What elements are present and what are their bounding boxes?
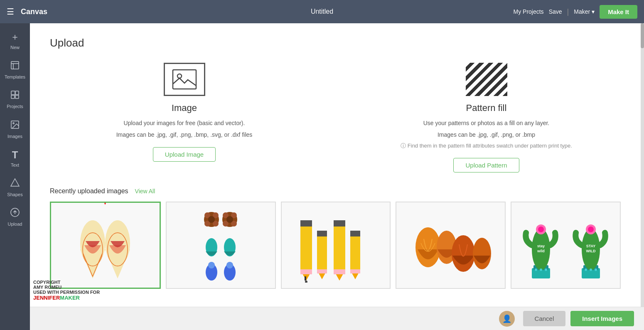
svg-point-60 — [538, 227, 544, 232]
svg-marker-37 — [305, 276, 306, 281]
svg-point-21 — [208, 216, 215, 223]
bottom-action-bar: 👤 Cancel Insert Images — [30, 307, 644, 330]
image-item-4[interactable] — [396, 202, 506, 289]
image-item-1[interactable] — [50, 202, 161, 289]
recently-header: Recently uploaded images View All — [50, 187, 621, 195]
svg-point-27 — [226, 216, 233, 223]
image-item-2[interactable] — [166, 202, 276, 289]
main-content-area: Upload Image Upload your images for free… — [30, 23, 641, 330]
text-icon: T — [12, 149, 18, 161]
maker-dropdown-button[interactable]: Maker ▾ — [574, 8, 595, 15]
sidebar-item-shapes[interactable]: Shapes — [0, 174, 30, 202]
upload-pattern-button[interactable]: Upload Pattern — [453, 158, 519, 172]
upload-icon — [10, 207, 20, 220]
recently-title: Recently uploaded images — [50, 187, 128, 195]
svg-rect-50 — [334, 269, 345, 274]
svg-point-73 — [585, 268, 587, 271]
image-option-desc2: Images can be .jpg, .gif, .png, .bmp, .s… — [116, 130, 253, 139]
images-grid: stay wild — [50, 202, 621, 289]
svg-rect-45 — [350, 231, 360, 270]
image-option-title: Image — [172, 103, 197, 113]
svg-point-63 — [535, 268, 537, 271]
sidebar-item-label: Upload — [8, 222, 22, 227]
watermark-line2: AMY ROMEU — [33, 285, 100, 290]
sidebar-item-label: Images — [7, 134, 22, 139]
image-thumb-3 — [282, 202, 390, 288]
svg-point-75 — [595, 268, 597, 271]
pattern-option-title: Pattern fill — [466, 103, 507, 113]
recently-uploaded-section: Recently uploaded images View All — [50, 187, 621, 289]
watermark-overlay: COPYRIGHT AMY ROMEU USED WITH PERMISSION… — [33, 280, 100, 301]
svg-rect-9 — [173, 70, 196, 89]
pattern-upload-option: Pattern fill Use your patterns or photos… — [352, 63, 621, 172]
svg-text:wild: wild — [537, 249, 545, 253]
svg-marker-15 — [101, 202, 109, 205]
upload-options-container: Image Upload your images for free (basic… — [50, 63, 621, 172]
project-title[interactable]: Untitled — [311, 8, 333, 15]
right-scrollbar[interactable] — [641, 23, 644, 330]
sidebar-item-label: Templates — [5, 74, 25, 80]
image-item-3[interactable] — [281, 202, 391, 289]
view-all-link[interactable]: View All — [135, 188, 155, 195]
save-button[interactable]: Save — [549, 8, 562, 15]
my-projects-button[interactable]: My Projects — [514, 8, 544, 15]
image-option-desc1: Upload your images for free (basic and v… — [124, 118, 245, 128]
svg-point-55 — [473, 238, 491, 269]
sidebar-item-label: New — [10, 45, 20, 50]
images-icon — [10, 120, 20, 132]
watermark-brand: JENNIFERMAKER — [33, 295, 100, 301]
image-thumb-4 — [396, 202, 505, 288]
image-item-5[interactable]: stay wild — [511, 202, 621, 289]
svg-rect-3 — [11, 95, 15, 99]
svg-rect-39 — [317, 231, 327, 270]
svg-marker-76 — [620, 246, 621, 261]
svg-rect-0 — [11, 62, 19, 69]
svg-rect-51 — [350, 269, 360, 273]
svg-rect-44 — [334, 220, 345, 227]
svg-point-70 — [588, 227, 594, 232]
main-layout: ＋ New Templates Projects — [0, 23, 644, 330]
chevron-down-icon: ▾ — [592, 8, 595, 15]
pattern-icon-box — [466, 63, 507, 96]
sidebar-item-label: Text — [11, 163, 19, 168]
sidebar-item-images[interactable]: Images — [0, 116, 30, 143]
watermark-line1: COPYRIGHT — [33, 280, 100, 285]
upload-image-button[interactable]: Upload Image — [153, 147, 216, 162]
app-title: Canvas — [21, 7, 47, 16]
watermark-line3: USED WITH PERMISSION FOR — [33, 290, 100, 295]
avatar: 👤 — [499, 311, 515, 327]
image-thumb-5: stay wild — [511, 202, 620, 288]
svg-rect-42 — [334, 220, 345, 270]
svg-point-65 — [545, 268, 547, 271]
menu-icon[interactable]: ☰ — [7, 7, 14, 17]
pattern-stripes-visual — [466, 63, 507, 96]
projects-icon — [10, 90, 20, 102]
svg-rect-2 — [15, 91, 19, 95]
sidebar-item-upload[interactable]: Upload — [0, 203, 30, 231]
sidebar-item-new[interactable]: ＋ New — [0, 27, 30, 54]
svg-rect-34 — [300, 220, 312, 270]
make-it-button[interactable]: Make It — [600, 5, 637, 19]
svg-rect-36 — [300, 220, 312, 227]
pattern-option-desc1: Use your patterns or photos as a fill on… — [423, 118, 550, 128]
insert-images-button[interactable]: Insert Images — [570, 311, 634, 326]
svg-marker-7 — [11, 179, 19, 186]
svg-text:STAY: STAY — [586, 244, 595, 248]
image-thumb-1 — [51, 203, 160, 288]
scrollbar-thumb[interactable] — [641, 23, 644, 48]
pattern-option-desc2: Images can be .jpg, .gif, .png, or .bmp — [438, 130, 535, 139]
sidebar-item-projects[interactable]: Projects — [0, 86, 30, 113]
plus-icon: ＋ — [10, 31, 20, 43]
image-upload-option: Image Upload your images for free (basic… — [50, 63, 319, 172]
svg-point-74 — [590, 268, 592, 271]
image-thumb-2 — [167, 202, 275, 288]
page-title: Upload — [50, 37, 621, 49]
svg-rect-1 — [11, 91, 15, 95]
sidebar-item-text[interactable]: T Text — [0, 145, 30, 172]
svg-point-33 — [226, 262, 233, 268]
sidebar-item-label: Projects — [7, 104, 23, 109]
cancel-button[interactable]: Cancel — [523, 311, 566, 326]
nav-divider: | — [567, 7, 569, 16]
svg-point-64 — [540, 268, 542, 271]
sidebar-item-templates[interactable]: Templates — [0, 56, 30, 84]
